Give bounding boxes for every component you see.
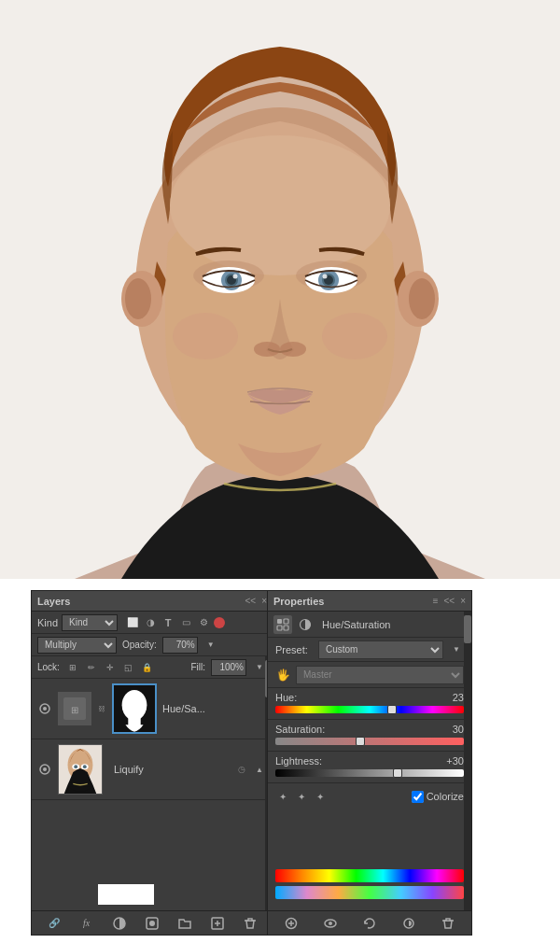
preset-chevron-icon[interactable]: ▼: [449, 642, 464, 657]
properties-scrollbar[interactable]: [464, 612, 471, 910]
svg-rect-47: [284, 626, 288, 630]
opacity-input[interactable]: [162, 637, 198, 654]
liquify-visibility-icon[interactable]: [37, 762, 52, 777]
group-layer-icon[interactable]: [176, 915, 193, 932]
adjustment-grid-icon[interactable]: [273, 615, 292, 634]
sample-add-icon[interactable]: ✦: [313, 789, 328, 804]
hue-sat-mask-thumb[interactable]: [112, 683, 157, 734]
saturation-value[interactable]: 30: [453, 724, 464, 735]
colorize-checkbox[interactable]: [412, 791, 424, 803]
hand-tool-icon[interactable]: 🖐: [275, 668, 290, 683]
circle-half-icon[interactable]: [296, 615, 315, 634]
preset-select[interactable]: Custom Default Cyanotype Sepia: [318, 640, 443, 659]
opacity-chevron-icon[interactable]: ▼: [203, 638, 218, 653]
colorize-row: ✦ ✦ ✦ Colorize: [268, 783, 471, 809]
saturation-thumb[interactable]: [356, 737, 365, 746]
svg-point-13: [233, 274, 238, 279]
photo-area: [0, 0, 560, 579]
hue-value[interactable]: 23: [453, 692, 464, 703]
fx-icon[interactable]: fx: [78, 915, 95, 932]
adjustment-filter-icon[interactable]: ◑: [143, 615, 158, 630]
hue-sat-visibility-icon[interactable]: [37, 701, 52, 716]
saturation-label: Saturation:: [275, 724, 325, 735]
properties-panel-title: Properties: [273, 596, 324, 607]
hue-thumb[interactable]: [387, 705, 397, 714]
mask-layer-icon[interactable]: [144, 915, 161, 932]
layers-panel-controls: << ×: [245, 596, 267, 606]
svg-point-42: [149, 921, 155, 926]
svg-rect-30: [128, 717, 140, 726]
clip-adj-icon[interactable]: [400, 915, 417, 932]
fill-input[interactable]: [211, 659, 246, 676]
colorize-label: Colorize: [427, 791, 464, 802]
properties-panel-controls: ≡ << ×: [433, 596, 466, 606]
lock-all-icon[interactable]: 🔒: [140, 660, 155, 675]
shape-filter-icon[interactable]: ▭: [178, 615, 193, 630]
layers-bottom-toolbar: 🔗 fx: [32, 910, 273, 935]
link-icon[interactable]: 🔗: [46, 915, 63, 932]
delete-layer-icon[interactable]: [242, 915, 259, 932]
properties-close-btn[interactable]: ×: [460, 596, 466, 606]
svg-point-21: [173, 313, 238, 359]
liquify-layer-thumb: [58, 744, 103, 795]
svg-text:⊞: ⊞: [71, 705, 78, 715]
saturation-track[interactable]: [275, 738, 464, 745]
kind-label: Kind: [37, 617, 58, 628]
liquify-smartfilter-icon: ◷: [234, 762, 249, 777]
svg-rect-46: [277, 626, 282, 630]
lock-paint-icon[interactable]: ✏: [84, 660, 99, 675]
liquify-layer-row[interactable]: Liquify ◷ ▲: [32, 739, 273, 800]
master-row: 🖐 Master Reds Yellows Greens Cyans Blues…: [268, 662, 471, 688]
svg-point-6: [170, 135, 390, 275]
result-color-bar[interactable]: [275, 886, 464, 899]
lightness-label: Lightness:: [275, 755, 322, 767]
lock-move-icon[interactable]: ✛: [103, 660, 118, 675]
create-new-adj-icon[interactable]: [283, 915, 300, 932]
smart-filter-icon[interactable]: ⚙: [196, 615, 211, 630]
properties-toolbar: Hue/Saturation: [268, 612, 471, 638]
lightness-thumb[interactable]: [393, 768, 402, 778]
visibility-adj-icon[interactable]: [322, 915, 339, 932]
opacity-label: Opacity:: [122, 640, 157, 650]
layer-link-icon: ⛓: [97, 705, 106, 713]
layers-panel-header: Layers << ×: [32, 591, 273, 612]
hue-sat-layer-row[interactable]: ⊞ ⛓ Hue/Sa...: [32, 679, 273, 739]
layers-kind-toolbar: Kind Kind ⬜ ◑ T ▭ ⚙: [32, 612, 273, 634]
svg-rect-44: [277, 619, 282, 624]
hue-label: Hue:: [275, 692, 297, 703]
pixel-filter-icon[interactable]: ⬜: [125, 615, 140, 630]
hue-track[interactable]: [275, 706, 464, 713]
svg-rect-45: [284, 619, 288, 624]
reset-adj-icon[interactable]: [361, 915, 378, 932]
svg-point-24: [43, 707, 47, 711]
layers-collapse-btn[interactable]: <<: [245, 596, 256, 606]
text-filter-icon[interactable]: T: [161, 615, 175, 630]
lock-artboard-icon[interactable]: ◱: [121, 660, 136, 675]
delete-adj-icon[interactable]: [440, 915, 456, 932]
blend-mode-select[interactable]: Multiply: [37, 637, 117, 654]
color-bar-area: [268, 866, 471, 907]
colorize-sample-icons: ✦ ✦ ✦: [275, 789, 328, 804]
kind-select[interactable]: Kind: [62, 614, 118, 631]
adjustment-layer-icon[interactable]: [111, 915, 128, 932]
svg-point-32: [43, 767, 47, 771]
properties-collapse-btn[interactable]: <<: [443, 596, 455, 606]
sample-point-icon[interactable]: ✦: [275, 789, 290, 804]
lock-transparent-icon[interactable]: ⊞: [65, 660, 80, 675]
lightness-track[interactable]: [275, 769, 464, 777]
svg-point-5: [409, 278, 435, 319]
colorize-checkbox-group: Colorize: [412, 791, 464, 803]
properties-panel-header: Properties ≡ << ×: [268, 591, 471, 612]
preset-row: Preset: Custom Default Cyanotype Sepia ▼: [268, 638, 471, 662]
lightness-value[interactable]: +30: [446, 755, 464, 767]
sample-subtract-icon[interactable]: ✦: [294, 789, 309, 804]
hue-color-bar[interactable]: [275, 869, 464, 882]
color-filter-icon[interactable]: [214, 617, 225, 628]
properties-menu-btn[interactable]: ≡: [433, 596, 439, 606]
svg-point-19: [254, 342, 280, 357]
master-select[interactable]: Master Reds Yellows Greens Cyans Blues M…: [296, 666, 464, 684]
layers-panel-title: Layers: [37, 596, 70, 607]
properties-scroll-thumb[interactable]: [464, 615, 471, 643]
new-layer-icon[interactable]: [209, 915, 226, 932]
svg-point-29: [122, 690, 147, 721]
